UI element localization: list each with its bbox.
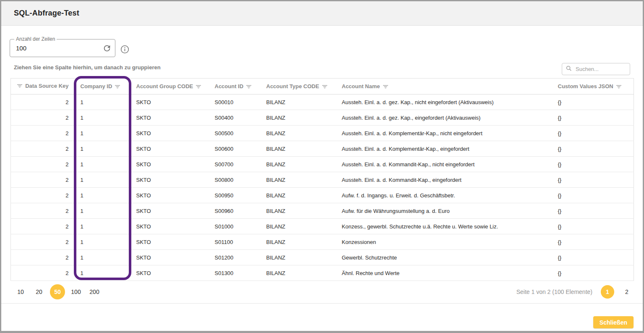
table-row[interactable]: 21SKTOS01000BILANZKonzess., gewerbl. Sch… (11, 219, 634, 234)
footer-divider (1, 303, 643, 304)
dialog-window: SQL-Abfrage-Test Anzahl der Zeilen Ziehe… (0, 0, 644, 333)
page-size-100[interactable]: 100 (68, 284, 83, 299)
table-cell: {} (552, 250, 634, 265)
table-cell: {} (552, 157, 634, 172)
column-header-company-id[interactable]: Company ID (75, 79, 130, 94)
column-header-data-source-key[interactable]: Data Source Key (11, 79, 75, 94)
data-grid-header: Data Source KeyCompany IDAccount Group C… (11, 79, 634, 94)
table-cell: {} (552, 94, 634, 110)
table-cell: Aussteh. Einl. a. d. Komplementär-Kap., … (336, 126, 552, 141)
page-size-20[interactable]: 20 (31, 284, 47, 299)
table-cell: 2 (11, 203, 75, 219)
filter-icon[interactable] (322, 84, 328, 89)
page-summary: Seite 1 von 2 (100 Elemente) (516, 288, 592, 295)
table-row[interactable]: 21SKTOS00960BILANZAufw. für die Währungs… (11, 203, 634, 219)
table-row[interactable]: 21SKTOS00600BILANZAussteh. Einl. a. d. K… (11, 141, 634, 157)
page-size-50[interactable]: 50 (50, 284, 65, 299)
column-header-label: Account ID (215, 83, 244, 89)
table-cell: 2 (11, 234, 75, 250)
table-cell: {} (552, 219, 634, 234)
table-cell: SKTO (130, 94, 209, 110)
page-size-10[interactable]: 10 (13, 284, 28, 299)
filter-icon[interactable] (115, 84, 120, 89)
table-cell: SKTO (130, 203, 209, 219)
filter-icon[interactable] (17, 83, 23, 89)
table-cell: 1 (75, 172, 130, 188)
filter-icon[interactable] (616, 84, 622, 89)
filter-icon[interactable] (196, 84, 201, 89)
table-row[interactable]: 21SKTOS01300BILANZÄhnl. Rechte und Werte… (11, 265, 634, 281)
column-header-account-group-code[interactable]: Account Group CODE (130, 79, 209, 94)
page-title: SQL-Abfrage-Test (14, 9, 79, 18)
column-header-custom-values-json[interactable]: Custom Values JSON (552, 79, 634, 94)
table-row[interactable]: 21SKTOS00400BILANZAussteh. Einl. a. d. g… (11, 110, 634, 126)
table-cell: SKTO (130, 157, 209, 172)
table-row[interactable]: 21SKTOS00010BILANZAussteh. Einl. a. d. g… (11, 94, 634, 110)
table-row[interactable]: 21SKTOS00800BILANZAussteh. Einl. a. d. K… (11, 172, 634, 188)
data-grid: Data Source KeyCompany IDAccount Group C… (10, 78, 634, 281)
table-cell: SKTO (130, 188, 209, 203)
refresh-icon[interactable] (102, 44, 112, 53)
table-cell: {} (552, 172, 634, 188)
page-button-1[interactable]: 1 (601, 285, 614, 299)
table-row[interactable]: 21SKTOS00950BILANZAufw. f. d. Ingangs. u… (11, 188, 634, 203)
table-cell: 1 (75, 188, 130, 203)
table-cell: Gewerbl. Schutzrechte (336, 250, 552, 265)
table-cell: 2 (11, 172, 75, 188)
table-cell: BILANZ (261, 219, 336, 234)
info-icon[interactable] (120, 45, 130, 54)
table-cell: 2 (11, 188, 75, 203)
table-cell: BILANZ (261, 172, 336, 188)
table-row[interactable]: 21SKTOS01100BILANZKonzessionen{} (11, 234, 634, 250)
table-cell: S00700 (209, 157, 261, 172)
page-size-200[interactable]: 200 (87, 284, 102, 299)
search-input[interactable] (575, 66, 626, 73)
table-cell: BILANZ (261, 203, 336, 219)
table-cell: 2 (11, 250, 75, 265)
table-cell: BILANZ (261, 188, 336, 203)
table-cell: 2 (11, 265, 75, 281)
column-header-label: Account Group CODE (136, 83, 193, 89)
table-cell: 1 (75, 94, 130, 110)
table-cell: Aussteh. Einl. a. d. Kommandit-Kap., ein… (336, 172, 552, 188)
table-cell: Aufw. für die Währungsumstellung a. d. E… (336, 203, 552, 219)
table-cell: SKTO (130, 126, 209, 141)
table-cell: 1 (75, 157, 130, 172)
table-cell: Ähnl. Rechte und Werte (336, 265, 552, 281)
table-cell: S01000 (209, 219, 261, 234)
table-row[interactable]: 21SKTOS01200BILANZGewerbl. Schutzrechte{… (11, 250, 634, 265)
column-header-label: Custom Values JSON (558, 83, 613, 89)
table-cell: 2 (11, 141, 75, 157)
table-cell: 1 (75, 265, 130, 281)
table-cell: S00500 (209, 126, 261, 141)
column-header-label: Account Name (342, 83, 380, 89)
table-cell: 2 (11, 94, 75, 110)
table-cell: BILANZ (261, 157, 336, 172)
column-header-account-name[interactable]: Account Name (336, 79, 552, 94)
table-cell: BILANZ (261, 265, 336, 281)
table-cell: BILANZ (261, 94, 336, 110)
table-cell: Konzess., gewerbl. Schutzrechte u.ä. Rec… (336, 219, 552, 234)
filter-icon[interactable] (246, 84, 252, 89)
filter-icon[interactable] (383, 84, 388, 89)
row-count-input[interactable] (10, 39, 115, 57)
row-count-field: Anzahl der Zeilen (10, 39, 115, 57)
table-row[interactable]: 21SKTOS00700BILANZAussteh. Einl. a. d. K… (11, 157, 634, 172)
table-cell: {} (552, 234, 634, 250)
table-row[interactable]: 21SKTOS00500BILANZAussteh. Einl. a. d. K… (11, 126, 634, 141)
pager-bar: 102050100200 Seite 1 von 2 (100 Elemente… (10, 283, 634, 301)
page-size-selector: 102050100200 (10, 284, 102, 299)
close-button[interactable]: Schließen (593, 316, 634, 328)
table-cell: Aussteh. Einl. a. d. gez. Kap., nicht ei… (336, 94, 552, 110)
group-by-drop-zone[interactable]: Ziehen Sie eine Spalte hierhin, um danac… (14, 64, 161, 71)
table-cell: S00800 (209, 172, 261, 188)
table-cell: SKTO (130, 234, 209, 250)
table-cell: S00960 (209, 203, 261, 219)
column-header-account-type-code[interactable]: Account Type CODE (261, 79, 336, 94)
column-header-account-id[interactable]: Account ID (209, 79, 261, 94)
page-button-2[interactable]: 2 (620, 285, 634, 299)
table-cell: BILANZ (261, 141, 336, 157)
table-cell: S01300 (209, 265, 261, 281)
search-box (562, 63, 630, 75)
table-cell: SKTO (130, 265, 209, 281)
